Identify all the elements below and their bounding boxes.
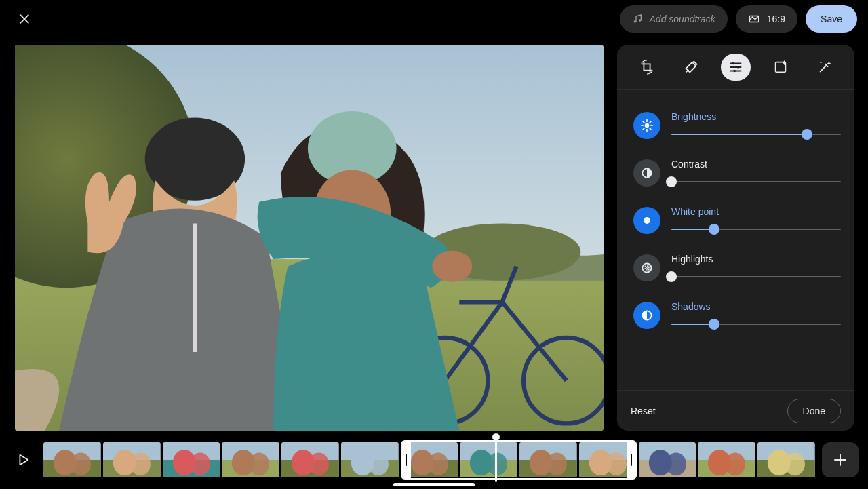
svg-point-17 [645, 123, 650, 128]
svg-point-13 [732, 62, 734, 64]
highlights-icon[interactable] [633, 254, 660, 281]
timeline-clip[interactable] [222, 442, 279, 477]
contrast-icon[interactable] [633, 159, 660, 187]
tools-icon [684, 60, 698, 75]
close-icon [18, 12, 31, 26]
aspect-ratio-icon [748, 13, 760, 25]
adjust-row-shadows: Shadows [629, 292, 845, 339]
svg-point-25 [71, 452, 91, 475]
shadows-icon[interactable] [633, 302, 660, 329]
svg-point-41 [309, 452, 329, 475]
white_point-label: White point [671, 206, 841, 217]
tab-crop[interactable] [632, 54, 662, 81]
aspect-label: 16:9 [767, 14, 785, 24]
timeline-clip[interactable] [163, 442, 220, 477]
timeline-clips[interactable] [43, 442, 815, 477]
timeline-clip[interactable] [639, 442, 696, 477]
timeline-clip[interactable] [698, 442, 755, 477]
svg-point-61 [606, 452, 627, 475]
video-preview[interactable] [15, 45, 604, 431]
svg-point-45 [368, 452, 389, 475]
timeline-clip[interactable] [43, 442, 101, 477]
timeline-clip[interactable] [401, 442, 458, 477]
timeline-clip[interactable] [579, 442, 637, 477]
timeline-clip[interactable] [103, 442, 161, 477]
white_point-slider[interactable] [671, 224, 841, 235]
tab-tools[interactable] [676, 54, 706, 81]
add-clip-button[interactable] [822, 442, 859, 477]
play-icon [16, 452, 31, 467]
timeline-clip[interactable] [519, 442, 577, 477]
panel-body[interactable]: BrightnessContrastWhite pointHighlightsS… [617, 90, 854, 390]
brightness-icon[interactable] [633, 112, 660, 139]
crop-rotate-icon [639, 60, 654, 75]
timeline [0, 431, 868, 489]
adjust-row-white_point: White point [629, 197, 845, 244]
timeline-clip[interactable] [460, 442, 517, 477]
magic-wand-icon [817, 60, 832, 75]
panel-footer: Reset Done [617, 390, 854, 431]
svg-point-0 [633, 20, 635, 22]
highlights-slider[interactable] [671, 271, 841, 282]
contrast-slider[interactable] [671, 176, 841, 187]
music-note-icon [632, 14, 643, 24]
svg-point-12 [432, 250, 472, 281]
plus-icon [832, 452, 848, 468]
adjust-row-highlights: Highlights [629, 244, 845, 292]
soundtrack-label: Add soundtrack [650, 14, 715, 24]
adjustments-panel: BrightnessContrastWhite pointHighlightsS… [617, 45, 854, 431]
contrast-label: Contrast [671, 159, 841, 170]
svg-point-29 [130, 452, 151, 475]
tab-filters[interactable] [766, 54, 795, 81]
svg-point-19 [644, 217, 650, 224]
add-soundtrack-button[interactable]: Add soundtrack [620, 5, 728, 33]
svg-point-65 [666, 452, 686, 475]
svg-point-69 [726, 452, 746, 475]
close-button[interactable] [11, 5, 38, 33]
panel-tabs [617, 45, 854, 90]
svg-point-15 [733, 69, 736, 72]
svg-point-14 [737, 66, 740, 69]
aspect-ratio-button[interactable]: 16:9 [736, 5, 797, 33]
timeline-clip[interactable] [757, 442, 815, 477]
svg-point-37 [250, 452, 270, 475]
brightness-slider[interactable] [671, 129, 841, 140]
shadows-label: Shadows [671, 301, 841, 312]
svg-point-57 [547, 452, 567, 475]
svg-point-53 [488, 452, 508, 475]
svg-point-49 [428, 452, 448, 475]
white_point-icon[interactable] [633, 207, 660, 234]
svg-point-33 [190, 452, 210, 475]
filters-icon [773, 60, 788, 75]
play-button[interactable] [9, 446, 37, 473]
top-bar: Add soundtrack 16:9 Save [0, 0, 868, 38]
sliders-icon [728, 60, 743, 75]
preview-image [15, 45, 604, 431]
brightness-label: Brightness [671, 111, 841, 122]
main-area: BrightnessContrastWhite pointHighlightsS… [0, 38, 868, 431]
app-root: Add soundtrack 16:9 Save [0, 0, 868, 489]
playhead[interactable] [495, 438, 497, 482]
reset-button[interactable]: Reset [631, 406, 656, 416]
timeline-clip[interactable] [281, 442, 339, 477]
adjust-row-contrast: Contrast [629, 149, 845, 197]
home-indicator [393, 483, 475, 486]
tab-adjust[interactable] [721, 54, 751, 81]
svg-point-1 [639, 19, 641, 21]
done-button[interactable]: Done [787, 399, 841, 423]
svg-point-73 [785, 452, 805, 475]
save-button[interactable]: Save [806, 5, 857, 33]
highlights-label: Highlights [671, 254, 841, 265]
shadows-slider[interactable] [671, 319, 841, 330]
tab-magic[interactable] [810, 54, 840, 81]
timeline-clip[interactable] [341, 442, 399, 477]
adjust-row-brightness: Brightness [629, 102, 845, 149]
